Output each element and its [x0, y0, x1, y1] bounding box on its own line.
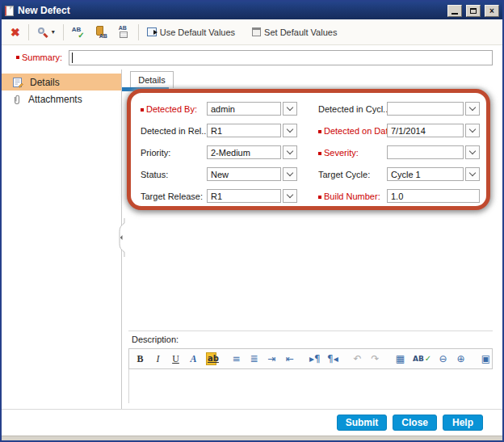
highlight-icon[interactable]: ab [206, 352, 216, 365]
bullet-list-icon[interactable]: ≡ [231, 351, 242, 366]
italic-icon[interactable]: I [153, 351, 163, 366]
content-area: Details Attachments Details Detected By: [2, 69, 502, 409]
use-default-values-label: Use Default Values [160, 27, 235, 37]
close-icon: × [489, 6, 494, 15]
severity-combobox[interactable] [387, 145, 480, 159]
summary-input[interactable] [69, 50, 493, 65]
combo-value[interactable]: R1 [207, 189, 281, 203]
zoom-in-icon[interactable]: ⊕ [456, 351, 466, 366]
footer-buttons: Submit Close Help [2, 410, 502, 436]
description-editor[interactable] [128, 369, 493, 403]
font-color-icon[interactable]: A [188, 351, 199, 366]
spelling-options-icon: AB [118, 26, 130, 38]
build-number-textbox[interactable]: 1.0 [387, 189, 480, 203]
dropdown-caret-icon[interactable]: ▾ [52, 28, 55, 36]
outdent-icon[interactable]: ⇤ [284, 351, 295, 366]
spell-check-button[interactable]: AB✓ [69, 24, 87, 40]
use-default-values-button[interactable]: Use Default Values [145, 26, 237, 39]
help-button[interactable]: Help [443, 415, 483, 431]
summary-label: Summary: [16, 53, 62, 62]
sidebar-item-details[interactable]: Details [2, 74, 121, 91]
dropdown-arrow-icon[interactable] [465, 145, 480, 159]
numbered-list-icon[interactable]: ≣ [249, 351, 259, 366]
clear-all-fields-button[interactable]: ✖ [8, 25, 23, 40]
dropdown-arrow-icon[interactable] [465, 167, 480, 181]
dropdown-arrow-icon[interactable] [283, 124, 297, 137]
severity-label: Severity: [318, 148, 387, 158]
insert-table-icon[interactable]: ▦ [395, 351, 405, 366]
paperclip-icon [12, 94, 22, 105]
combo-value[interactable]: Cycle 1 [387, 167, 464, 181]
description-toolbar: BIUAab≡≣⇥⇤▸¶¶◂↶↷▦AB⊖⊕▣ [128, 348, 493, 369]
sidebar-item-label: Details [30, 77, 60, 88]
dropdown-arrow-icon[interactable] [283, 102, 297, 116]
sidebar-collapse-handle[interactable] [117, 218, 125, 257]
status-combobox[interactable]: New [207, 167, 297, 181]
spellcheck-icon[interactable]: AB [413, 351, 423, 366]
detected-by-combobox[interactable]: admin [207, 102, 297, 116]
dropdown-arrow-icon[interactable] [465, 102, 480, 116]
underline-icon[interactable]: U [170, 351, 181, 366]
use-default-values-icon [147, 27, 157, 36]
tab-details[interactable]: Details [130, 71, 174, 88]
detected-in-cycle-combobox[interactable] [387, 102, 480, 116]
zoom-out-icon[interactable]: ⊖ [438, 351, 448, 366]
tab-label: Details [138, 75, 166, 85]
dropdown-arrow-icon[interactable] [283, 145, 297, 159]
set-default-values-button[interactable]: Set Default Values [250, 26, 339, 39]
description-section: Description: BIUAab≡≣⇥⇤▸¶¶◂↶↷▦AB⊖⊕▣ [128, 330, 493, 403]
toolbar-separator [63, 24, 64, 40]
document-icon [5, 6, 14, 16]
close-button[interactable]: × [485, 5, 499, 17]
sidebar-item-label: Attachments [28, 94, 82, 105]
thesaurus-button[interactable]: AB [93, 24, 110, 40]
rtl-paragraph-icon[interactable]: ¶◂ [327, 351, 338, 366]
target-release-combobox[interactable]: R1 [207, 189, 297, 203]
new-defect-window: New Defect × ✖ ▾ AB✓ AB AB [0, 0, 504, 442]
detected-on-date-combobox[interactable]: 7/1/2014 [387, 124, 480, 137]
description-label: Description: [132, 335, 493, 344]
bold-icon[interactable]: B [135, 351, 145, 366]
submit-button[interactable]: Submit [337, 415, 388, 431]
target-release-label: Target Release: [141, 192, 207, 201]
priority-label: Priority: [141, 148, 207, 158]
detected-in-release-combobox[interactable]: R1 [207, 124, 297, 137]
dropdown-arrow-icon[interactable] [283, 189, 297, 203]
priority-combobox[interactable]: 2-Medium [207, 145, 297, 159]
dropdown-arrow-icon[interactable] [283, 167, 297, 181]
combo-value[interactable]: New [207, 167, 281, 181]
text-value[interactable]: 1.0 [387, 189, 480, 203]
summary-row: Summary: [2, 45, 502, 69]
combo-value[interactable] [387, 145, 464, 159]
spelling-options-button[interactable]: AB [116, 24, 132, 40]
target-cycle-label: Target Cycle: [318, 170, 387, 179]
combo-value[interactable]: 7/1/2014 [387, 124, 464, 137]
combo-value[interactable]: admin [207, 102, 281, 116]
combo-value[interactable]: R1 [207, 124, 281, 137]
undo-icon[interactable]: ↶ [352, 351, 363, 366]
target-cycle-combobox[interactable]: Cycle 1 [387, 167, 480, 181]
flag-for-followup-button[interactable]: ▾ [35, 25, 57, 40]
tab-strip: Details [122, 69, 502, 88]
build-number-label: Build Number: [318, 192, 387, 201]
highlight-annotation-circle: Detected By: admin Detected in Cycl.. De… [127, 89, 490, 210]
sidebar-item-attachments[interactable]: Attachments [2, 91, 121, 107]
sidebar: Details Attachments [2, 69, 121, 409]
redo-icon[interactable]: ↷ [370, 351, 380, 366]
detected-in-release-label: Detected in Rel.. [141, 126, 207, 136]
combo-value[interactable]: 2-Medium [207, 145, 281, 159]
details-form-icon [12, 77, 23, 88]
title-bar: New Defect × [2, 2, 502, 19]
minimize-button[interactable] [447, 5, 462, 17]
close-dialog-button[interactable]: Close [393, 415, 437, 431]
combo-value[interactable] [387, 102, 464, 116]
maximize-button[interactable] [466, 5, 481, 17]
ltr-paragraph-icon[interactable]: ▸¶ [309, 351, 320, 366]
indent-icon[interactable]: ⇥ [267, 351, 277, 366]
set-default-values-label: Set Default Values [264, 27, 337, 37]
detected-in-cycle-label: Detected in Cycl.. [318, 104, 387, 114]
resize-editor-icon[interactable]: ▣ [481, 351, 491, 366]
thesaurus-icon: AB [95, 26, 107, 38]
spellcheck-icon: AB✓ [72, 26, 85, 38]
dropdown-arrow-icon[interactable] [465, 124, 480, 137]
